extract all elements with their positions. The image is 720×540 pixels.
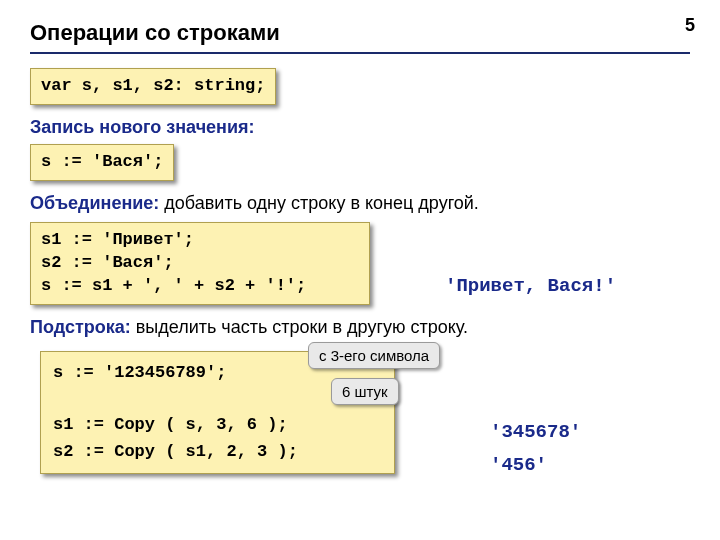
code-substr: s := '123456789'; s1 := Copy ( s, 3, 6 )… — [40, 351, 395, 474]
heading-concat-text: добавить одну строку в конец другой. — [159, 193, 479, 213]
code-assign: s := 'Вася'; — [30, 144, 174, 181]
result-substr-2: '456' — [490, 454, 547, 476]
result-concat: 'Привет, Вася!' — [445, 275, 616, 297]
title-underline — [30, 52, 690, 54]
code-declaration: var s, s1, s2: string; — [30, 68, 276, 105]
heading-substr: Подстрока: выделить часть строки в другу… — [30, 317, 690, 338]
heading-assign: Запись нового значения: — [30, 117, 690, 138]
page-title: Операции со строками — [30, 20, 690, 46]
result-substr-1: '345678' — [490, 421, 581, 443]
callout-count: 6 штук — [331, 378, 399, 405]
heading-substr-text: выделить часть строки в другую строку. — [131, 317, 468, 337]
heading-concat: Объединение: добавить одну строку в коне… — [30, 193, 690, 214]
code-concat: s1 := 'Привет'; s2 := 'Вася'; s := s1 + … — [30, 222, 370, 305]
heading-concat-lead: Объединение: — [30, 193, 159, 213]
callout-from-char: с 3-его символа — [308, 342, 440, 369]
page-number: 5 — [685, 15, 695, 36]
heading-substr-lead: Подстрока: — [30, 317, 131, 337]
